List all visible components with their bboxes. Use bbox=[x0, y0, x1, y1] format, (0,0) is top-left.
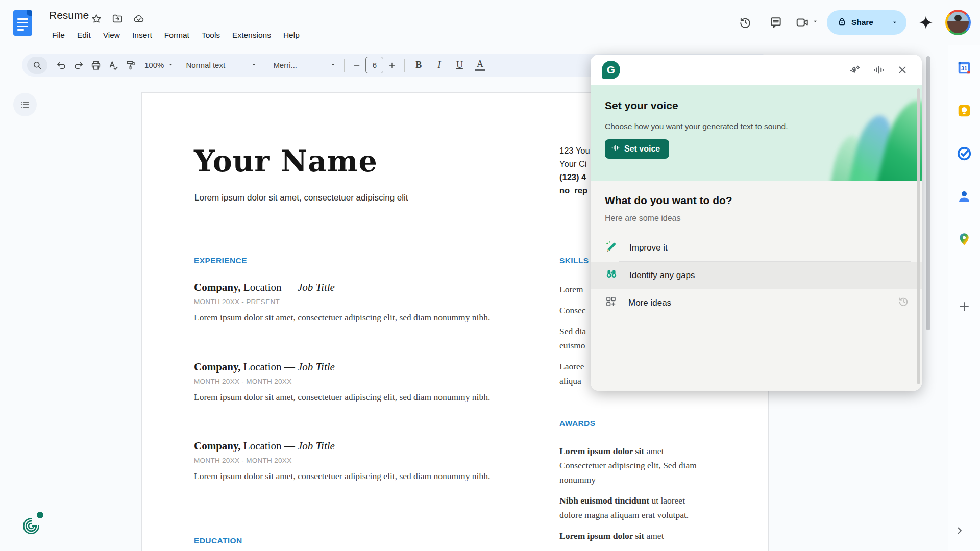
experience-entry-body: Lorem ipsum dolor sit amet, consectetuer… bbox=[194, 469, 500, 483]
text-color-button[interactable]: A bbox=[470, 57, 490, 74]
experience-entry: Company, Location — Job Title MONTH 20XX… bbox=[194, 361, 500, 404]
move-to-folder-icon[interactable] bbox=[111, 13, 124, 24]
chevron-down-icon[interactable] bbox=[812, 18, 819, 27]
text-color-swatch bbox=[475, 69, 485, 71]
idea-label: Identify any gaps bbox=[629, 270, 695, 281]
document-scrollbar[interactable] bbox=[926, 56, 930, 330]
set-voice-section: Set your voice Choose how you want your … bbox=[591, 85, 922, 181]
bold-button[interactable]: B bbox=[408, 57, 429, 74]
menu-help[interactable]: Help bbox=[279, 29, 304, 41]
experience-entry-dates: MONTH 20XX - PRESENT bbox=[194, 298, 500, 306]
share-button-group: Share bbox=[827, 10, 906, 35]
history-icon[interactable] bbox=[897, 295, 910, 310]
document-outline-button[interactable] bbox=[13, 93, 37, 116]
awards-item: Lorem ipsum dolor sit amet Consectetuer … bbox=[559, 444, 697, 487]
ideas-title: What do you want to do? bbox=[605, 194, 732, 207]
voice-gradient-art bbox=[815, 85, 922, 181]
decrease-font-size-button[interactable] bbox=[348, 57, 365, 74]
binoculars-icon bbox=[605, 267, 618, 283]
star-icon[interactable] bbox=[91, 13, 102, 24]
version-history-icon[interactable] bbox=[734, 11, 756, 34]
toolbar-divider bbox=[344, 59, 345, 72]
menu-view[interactable]: View bbox=[99, 29, 124, 41]
set-voice-button-label: Set voice bbox=[624, 144, 660, 154]
header-actions: Share bbox=[734, 0, 971, 45]
set-voice-button[interactable]: Set voice bbox=[605, 139, 669, 159]
zoom-select[interactable]: 100% bbox=[144, 61, 174, 70]
show-side-panel-button[interactable] bbox=[952, 523, 967, 538]
google-calendar-icon[interactable]: 31 bbox=[955, 59, 973, 77]
join-call-button[interactable] bbox=[795, 16, 819, 29]
awards-heading: AWARDS bbox=[559, 419, 595, 428]
cloud-status-icon[interactable] bbox=[133, 13, 145, 24]
experience-entry-body: Lorem ipsum dolor sit amet, consectetuer… bbox=[194, 310, 500, 324]
contact-block: 123 You Your Ci (123) 4 no_rep bbox=[559, 144, 592, 197]
contact-street: 123 You bbox=[559, 144, 592, 157]
idea-label: Improve it bbox=[629, 243, 668, 253]
print-button[interactable] bbox=[87, 57, 105, 74]
document-title[interactable]: Resume bbox=[49, 9, 89, 21]
sparkle-wand-icon[interactable] bbox=[847, 62, 864, 78]
grammarly-extension-badge[interactable] bbox=[21, 516, 41, 536]
resume-name-heading: Your Name bbox=[194, 144, 378, 178]
menu-tools[interactable]: Tools bbox=[198, 29, 224, 41]
skills-line: aliqua bbox=[559, 373, 592, 388]
skills-line: Sed dia bbox=[559, 324, 592, 338]
get-addons-button[interactable] bbox=[955, 298, 973, 315]
google-contacts-icon[interactable] bbox=[955, 188, 973, 205]
google-maps-icon[interactable] bbox=[955, 231, 973, 248]
toolbar-divider bbox=[404, 59, 405, 72]
idea-improve-it[interactable]: Improve it bbox=[591, 234, 922, 261]
menu-file[interactable]: File bbox=[48, 29, 69, 41]
menu-insert[interactable]: Insert bbox=[128, 29, 156, 41]
set-voice-description: Choose how you want your generated text … bbox=[605, 122, 788, 131]
share-button[interactable]: Share bbox=[827, 10, 883, 35]
google-docs-logo[interactable] bbox=[13, 10, 32, 36]
idea-identify-gaps[interactable]: Identify any gaps bbox=[591, 262, 922, 289]
menu-format[interactable]: Format bbox=[160, 29, 193, 41]
grammarly-panel-header: G bbox=[591, 55, 922, 85]
font-size-input[interactable]: 6 bbox=[365, 57, 383, 73]
ideas-section: What do you want to do? Here are some id… bbox=[591, 181, 922, 391]
svg-text:31: 31 bbox=[961, 65, 967, 71]
gemini-sparkle-icon[interactable] bbox=[915, 11, 937, 34]
menu-extensions[interactable]: Extensions bbox=[228, 29, 275, 41]
italic-button[interactable]: I bbox=[429, 57, 449, 74]
experience-entry-title: Company, Location — Job Title bbox=[194, 281, 500, 294]
increase-font-size-button[interactable] bbox=[383, 57, 401, 74]
font-select[interactable]: Merri... bbox=[269, 61, 340, 70]
underline-button[interactable]: U bbox=[449, 57, 470, 74]
ideas-subtitle: Here are some ideas bbox=[605, 214, 681, 223]
avatar-photo bbox=[947, 12, 969, 33]
text-color-label: A bbox=[477, 59, 483, 69]
panel-scrollbar[interactable] bbox=[917, 88, 920, 384]
font-value: Merri... bbox=[273, 61, 297, 69]
chevron-down-icon bbox=[251, 61, 257, 70]
equalizer-icon bbox=[611, 143, 620, 155]
search-menus-button[interactable] bbox=[27, 57, 47, 74]
experience-heading: EXPERIENCE bbox=[194, 256, 247, 265]
google-tasks-icon[interactable] bbox=[955, 145, 973, 162]
voice-settings-icon[interactable] bbox=[871, 62, 887, 78]
undo-button[interactable] bbox=[53, 57, 70, 74]
skills-heading: SKILLS bbox=[559, 256, 589, 265]
google-keep-icon[interactable] bbox=[955, 102, 973, 119]
comments-icon[interactable] bbox=[765, 11, 787, 34]
share-options-button[interactable] bbox=[883, 10, 906, 35]
experience-entry-dates: MONTH 20XX - MONTH 20XX bbox=[194, 457, 500, 464]
paint-format-button[interactable] bbox=[122, 57, 139, 74]
account-avatar[interactable] bbox=[945, 10, 971, 35]
close-icon[interactable] bbox=[894, 62, 911, 78]
redo-button[interactable] bbox=[70, 57, 87, 74]
experience-entry-body: Lorem ipsum dolor sit amet, consectetuer… bbox=[194, 390, 500, 404]
idea-more-ideas[interactable]: More ideas bbox=[591, 289, 922, 316]
paragraph-style-select[interactable]: Normal text bbox=[182, 61, 261, 70]
menu-edit[interactable]: Edit bbox=[73, 29, 95, 41]
resume-subtitle: Lorem ipsum dolor sit amet, consectetuer… bbox=[194, 193, 408, 203]
education-heading: EDUCATION bbox=[194, 536, 242, 545]
contact-email: no_rep bbox=[559, 184, 592, 197]
menu-bar: File Edit View Insert Format Tools Exten… bbox=[48, 29, 304, 41]
experience-entry: Company, Location — Job Title MONTH 20XX… bbox=[194, 281, 500, 324]
spell-check-button[interactable] bbox=[105, 57, 122, 74]
skills-line: Lorem bbox=[559, 282, 592, 296]
